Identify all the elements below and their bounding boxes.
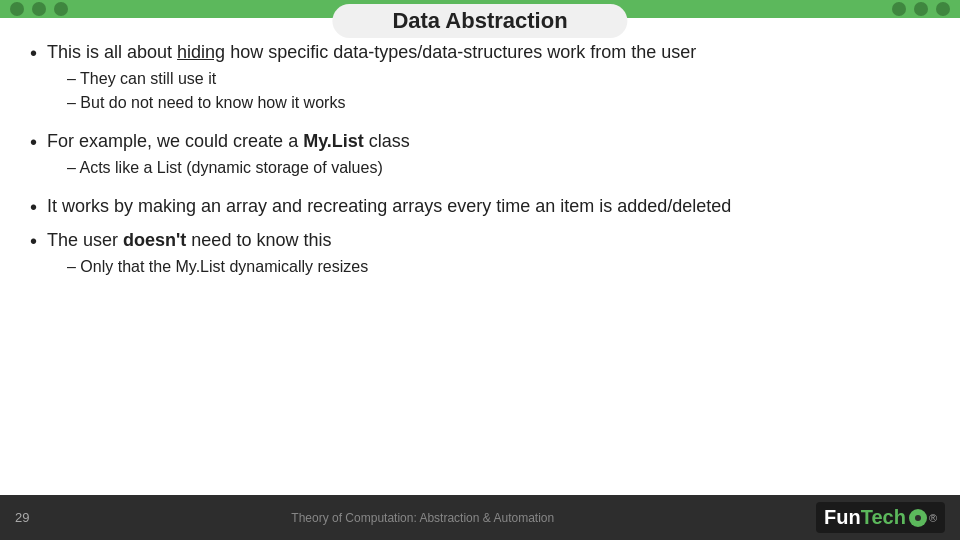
page-title: Data Abstraction <box>392 8 567 33</box>
bullet-content-3: It works by making an array and recreati… <box>47 194 731 219</box>
bullet-item-2: • For example, we could create a My.List… <box>30 129 930 186</box>
top-right-circle-2 <box>914 2 928 16</box>
top-right-circle-3 <box>936 2 950 16</box>
doesnt-text: doesn't <box>123 230 186 250</box>
title-area: Data Abstraction <box>332 4 627 38</box>
tech-text: Tech <box>861 506 906 528</box>
sub-bullet-2-1: Acts like a List (dynamic storage of val… <box>67 156 410 180</box>
bullet-text-2: For example, we could create a My.List c… <box>47 131 410 151</box>
mylist-text: My.List <box>303 131 364 151</box>
registered-mark: ® <box>929 512 937 524</box>
top-right-circles <box>892 2 950 16</box>
top-right-circle-1 <box>892 2 906 16</box>
bullet-item-4: • The user doesn't need to know this Onl… <box>30 228 930 285</box>
funtech-dot-inner <box>915 515 921 521</box>
bullet-text-1: This is all about hiding how specific da… <box>47 42 696 62</box>
sub-bullet-1-1: They can still use it <box>67 67 696 91</box>
top-bar-circle-3 <box>54 2 68 16</box>
bullet-text-4: The user doesn't need to know this <box>47 230 331 250</box>
sub-bullet-4-1: Only that the My.List dynamically resize… <box>67 255 368 279</box>
mylist-text-2: My.List <box>176 258 225 275</box>
bullet-dot-1: • <box>30 42 37 65</box>
bullet-dot-3: • <box>30 196 37 219</box>
sub-bullets-1: They can still use it But do not need to… <box>67 67 696 115</box>
sub-bullet-1-2: But do not need to know how it works <box>67 91 696 115</box>
sub-bullets-2: Acts like a List (dynamic storage of val… <box>67 156 410 180</box>
bullet-item-1: • This is all about hiding how specific … <box>30 40 930 121</box>
funtech-logo: FunTech ® <box>816 502 945 533</box>
funtech-text: FunTech <box>824 506 906 529</box>
page-number: 29 <box>15 510 29 525</box>
top-bar-circle-2 <box>32 2 46 16</box>
bullet-item-3: • It works by making an array and recrea… <box>30 194 930 219</box>
bullet-dot-2: • <box>30 131 37 154</box>
bullet-dot-4: • <box>30 230 37 253</box>
bullet-content-1: This is all about hiding how specific da… <box>47 40 696 121</box>
bullet-text-3: It works by making an array and recreati… <box>47 196 731 216</box>
main-content: • This is all about hiding how specific … <box>30 30 930 485</box>
hiding-text: hiding <box>177 42 225 62</box>
bullet-content-4: The user doesn't need to know this Only … <box>47 228 368 285</box>
fun-text: Fun <box>824 506 861 528</box>
top-bar-circle-1 <box>10 2 24 16</box>
sub-bullets-4: Only that the My.List dynamically resize… <box>67 255 368 279</box>
footer-title: Theory of Computation: Abstraction & Aut… <box>291 511 554 525</box>
bottom-bar: 29 Theory of Computation: Abstraction & … <box>0 495 960 540</box>
funtech-dot <box>909 509 927 527</box>
bullet-content-2: For example, we could create a My.List c… <box>47 129 410 186</box>
